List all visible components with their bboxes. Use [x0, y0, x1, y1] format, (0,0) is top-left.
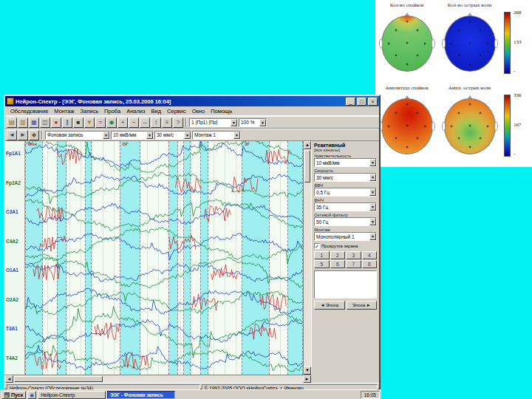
- probe-combo[interactable]: Фоновая запись ▼: [45, 131, 110, 140]
- brain-map-icon[interactable]: ◉: [106, 117, 117, 128]
- start-button[interactable]: Пуск: [1, 391, 26, 399]
- fit-height-icon[interactable]: ↕: [151, 117, 161, 128]
- chevron-down-icon[interactable]: ▼: [184, 132, 191, 139]
- head-ear-left: [442, 39, 446, 49]
- new-exam-icon[interactable]: ▤: [7, 117, 17, 128]
- topo-map-title: Кол-во острых волн: [438, 1, 501, 10]
- fit-width-icon[interactable]: ↔: [140, 117, 150, 128]
- sensitivity-select[interactable]: 10 мкВ/мм ▼: [314, 158, 377, 167]
- colorbar-min-value: -: [514, 68, 515, 74]
- window-titlebar[interactable]: Нейрон-Спектр - [ЭЭГ, Фоновая запись, 25…: [5, 96, 379, 106]
- channel-button-1[interactable]: 1: [314, 251, 330, 259]
- pause-icon[interactable]: ∥: [62, 117, 72, 128]
- channel-label[interactable]: O2A2: [6, 297, 18, 302]
- chevron-down-icon[interactable]: ▼: [231, 119, 237, 126]
- hpf-select[interactable]: 0,5 Гц ▼: [314, 188, 377, 197]
- chevron-down-icon[interactable]: ▼: [369, 233, 376, 240]
- sensitivity-combo[interactable]: 10 мкВ/мм ▼: [111, 131, 154, 140]
- print-icon[interactable]: ◫: [40, 117, 50, 128]
- menu-examination[interactable]: Обследование: [7, 108, 51, 115]
- channel-button-2[interactable]: 2: [330, 251, 346, 259]
- vertical-scroll-thumb[interactable]: [304, 150, 310, 183]
- zoom-in-icon[interactable]: +: [117, 117, 128, 128]
- eeg-trace-plot[interactable]: Фон ОГ ЗГ: [25, 141, 303, 375]
- next-epoch-button[interactable]: Эпоха ►: [347, 301, 378, 310]
- electrode-dot: [480, 55, 482, 57]
- fragments-listbox[interactable]: [314, 270, 377, 299]
- menu-analysis[interactable]: Анализ: [123, 108, 148, 115]
- menu-view[interactable]: Вид: [148, 108, 164, 115]
- channel-label[interactable]: Fp2A2: [6, 180, 21, 185]
- speed-select[interactable]: 30 мм/с ▼: [314, 173, 377, 182]
- channel-label[interactable]: Fp1A1: [6, 151, 21, 156]
- chevron-down-icon[interactable]: ▼: [369, 174, 376, 181]
- prev-epoch-button[interactable]: ◄ Эпоха: [314, 301, 345, 310]
- open-icon[interactable]: ▥: [18, 117, 28, 128]
- menu-help[interactable]: Помощь: [208, 108, 235, 115]
- grid-icon[interactable]: ≡: [162, 117, 172, 128]
- save-icon[interactable]: ▦: [29, 117, 39, 128]
- channel-label[interactable]: T3A1: [6, 326, 18, 331]
- marker-icon[interactable]: ▼: [84, 117, 95, 128]
- zoom-out-icon[interactable]: −: [129, 117, 139, 128]
- horizontal-scroll-thumb[interactable]: [14, 376, 103, 382]
- montage-combo[interactable]: Монтаж 1 ▼: [192, 131, 241, 140]
- spectrum-icon[interactable]: ≈: [95, 117, 106, 128]
- electrode-dot: [388, 126, 390, 128]
- page-combo[interactable]: 1 (Пр1) [Пр] ▼: [189, 118, 238, 127]
- menu-window[interactable]: Окно: [189, 108, 208, 115]
- scroll-down-icon[interactable]: ▼: [304, 366, 311, 375]
- taskbar-task-eeg-record[interactable]: ЭЭГ - Фоновая запись: [107, 391, 175, 399]
- next-page-icon[interactable]: ►: [18, 130, 28, 140]
- minimize-button[interactable]: _: [346, 98, 355, 106]
- chevron-down-icon[interactable]: ▼: [369, 218, 376, 225]
- channel-button-3[interactable]: 3: [346, 251, 361, 259]
- menu-montage[interactable]: Монтаж: [51, 108, 77, 115]
- channel-button-5[interactable]: 5: [314, 260, 330, 268]
- channel-button-7[interactable]: 7: [346, 260, 361, 268]
- scroll-screen-checkbox[interactable]: ✓: [314, 243, 320, 249]
- ruler-icon[interactable]: ◆: [29, 130, 39, 140]
- speed-combo[interactable]: 30 мм/с ▼: [154, 131, 191, 140]
- epoch-marker[interactable]: Фон: [28, 142, 37, 146]
- chevron-down-icon[interactable]: ▼: [369, 203, 376, 211]
- quick-launch-icon[interactable]: ◉: [27, 391, 36, 399]
- electrode-dot: [388, 43, 390, 45]
- scroll-up-icon[interactable]: ▲: [304, 141, 311, 149]
- notch-select[interactable]: 50 Гц ▼: [314, 217, 377, 226]
- channel-button-8[interactable]: 8: [362, 260, 378, 268]
- scroll-right-icon[interactable]: ►: [303, 375, 311, 383]
- montage-select[interactable]: Монополярный 1 ▼: [314, 232, 377, 241]
- electrode-dot: [423, 43, 426, 45]
- help-icon[interactable]: ?: [173, 117, 183, 128]
- chevron-down-icon[interactable]: ▼: [146, 132, 153, 139]
- menu-record[interactable]: Запись: [78, 108, 102, 115]
- stop-icon[interactable]: ■: [73, 117, 83, 128]
- epoch-marker[interactable]: ЗГ: [245, 142, 250, 146]
- prev-page-icon[interactable]: ◄: [7, 130, 17, 140]
- chevron-down-icon[interactable]: ▼: [369, 159, 376, 166]
- chevron-down-icon[interactable]: ▼: [369, 188, 376, 196]
- chevron-down-icon[interactable]: ▼: [103, 132, 109, 139]
- record-icon[interactable]: ●: [51, 117, 61, 128]
- maximize-button[interactable]: □: [357, 98, 366, 106]
- lpf-select[interactable]: 35 Гц ▼: [314, 202, 377, 211]
- chevron-down-icon[interactable]: ▼: [259, 119, 266, 126]
- channel-label[interactable]: O1A1: [6, 267, 18, 273]
- taskbar-task-neuron-spectrum[interactable]: Нейрон-Спектр: [38, 391, 106, 399]
- channel-label[interactable]: C4A2: [6, 239, 18, 244]
- epoch-marker[interactable]: ОГ: [123, 142, 129, 146]
- channel-label[interactable]: T4A2: [6, 355, 18, 361]
- menu-service[interactable]: Сервис: [164, 108, 189, 115]
- horizontal-scrollbar[interactable]: ◄ ►: [5, 375, 311, 383]
- channel-label[interactable]: C3A1: [6, 209, 18, 214]
- menu-probe[interactable]: Проба: [101, 108, 123, 115]
- scroll-left-icon[interactable]: ◄: [5, 375, 13, 383]
- channel-button-4[interactable]: 4: [362, 251, 378, 259]
- zoom-combo[interactable]: 100 % ▼: [239, 118, 267, 127]
- channel-button-6[interactable]: 6: [330, 260, 346, 268]
- close-button[interactable]: ×: [368, 98, 378, 106]
- topo-map-sharpwave-count: Кол-во острых волн: [438, 1, 501, 84]
- vertical-scrollbar[interactable]: ▲ ▼: [303, 141, 311, 375]
- chevron-down-icon[interactable]: ▼: [233, 132, 240, 139]
